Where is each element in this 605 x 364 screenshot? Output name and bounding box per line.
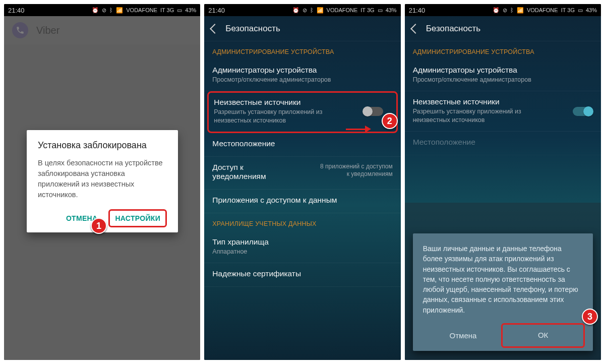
sim-icon: 📶 <box>317 7 324 14</box>
status-time: 21:40 <box>208 7 225 14</box>
phone-screenshot-1: 21:40 ⏰ ⊘ ᛒ 📶 VODAFONE IT 3G ▭ 43% Viber… <box>4 4 200 360</box>
unknown-sources-toggle[interactable] <box>573 107 593 116</box>
phone-screenshot-3: 21:40 ⏰ ⊘ ᛒ 📶 VODAFONE IT 3G ▭ 43% Безоп… <box>405 4 601 360</box>
section-admin-label: АДМИНИСТРИРОВАНИЕ УСТРОЙСТВА <box>405 41 601 59</box>
ok-button[interactable]: ОК <box>501 323 585 348</box>
battery-icon: ▭ <box>378 7 383 14</box>
alarm-icon: ⏰ <box>92 7 99 14</box>
unknown-sources-item[interactable]: Неизвестные источники Разрешить установк… <box>214 98 391 125</box>
item-subtitle: Просмотр/отключение администраторов <box>413 76 593 84</box>
item-title: Приложения с доступом к данным <box>212 196 392 205</box>
app-data-access-item[interactable]: Приложения с доступом к данным <box>204 190 400 213</box>
status-time: 21:40 <box>8 7 25 14</box>
security-settings-screen: Безопасность АДМИНИСТРИРОВАНИЕ УСТРОЙСТВ… <box>204 16 400 360</box>
dialog-body: В целях безопасности на устройстве забло… <box>38 158 167 200</box>
annotation-marker-3: 3 <box>582 309 598 325</box>
back-icon[interactable] <box>410 24 420 34</box>
alarm-icon: ⏰ <box>493 7 500 14</box>
item-subtitle: Просмотр/отключение администраторов <box>212 76 392 84</box>
bluetooth-icon: ᛒ <box>310 7 314 13</box>
dnd-icon: ⊘ <box>503 7 507 14</box>
notification-access-item[interactable]: Доступ к уведомлениям 8 приложений с дос… <box>204 157 400 190</box>
location-item: Местоположение <box>405 132 601 155</box>
annotation-arrow-icon <box>346 126 370 133</box>
unknown-sources-toggle[interactable] <box>363 107 383 116</box>
device-admins-item[interactable]: Администраторы устройства Просмотр/отклю… <box>204 59 400 91</box>
dnd-icon: ⊘ <box>102 7 106 14</box>
dnd-icon: ⊘ <box>302 7 307 14</box>
carrier-label: VODAFONE <box>126 7 157 13</box>
screen-title: Безопасность <box>225 24 280 34</box>
status-right: ⏰ ⊘ ᛒ 📶 VODAFONE IT 3G ▭ 43% <box>92 7 196 14</box>
settings-header: Безопасность <box>204 16 400 41</box>
item-subtitle: Аппаратное <box>212 248 392 256</box>
security-settings-screen: Безопасность АДМИНИСТРИРОВАНИЕ УСТРОЙСТВ… <box>405 16 601 360</box>
settings-header: Безопасность <box>405 16 601 41</box>
battery-icon: ▭ <box>578 7 583 14</box>
item-title: Надежные сертификаты <box>212 269 392 278</box>
item-title: Неизвестные источники <box>413 97 593 106</box>
dialog-actions: Отмена ОК <box>423 325 583 346</box>
network-label: IT 3G <box>561 7 575 13</box>
item-right-subtitle: 8 приложений с доступом к уведомлениям <box>317 163 393 178</box>
back-icon[interactable] <box>210 24 220 34</box>
trusted-certs-item[interactable]: Надежные сертификаты <box>204 263 400 287</box>
unknown-sources-item[interactable]: Неизвестные источники Разрешить установк… <box>405 91 601 132</box>
bluetooth-icon: ᛒ <box>109 7 113 13</box>
item-title: Администраторы устройства <box>413 66 593 75</box>
battery-percent: 43% <box>586 7 597 13</box>
carrier-label: VODAFONE <box>327 7 358 13</box>
status-time: 21:40 <box>409 7 426 14</box>
item-title: Местоположение <box>212 139 392 148</box>
unknown-sources-warning-dialog: Ваши личные данные и данные телефона бол… <box>413 233 593 351</box>
status-bar: 21:40 ⏰ ⊘ ᛒ 📶 VODAFONE IT 3G ▭ 43% <box>405 4 601 16</box>
status-bar: 21:40 ⏰ ⊘ ᛒ 📶 VODAFONE IT 3G ▭ 43% <box>204 4 400 16</box>
item-title: Доступ к уведомлениям <box>212 163 288 181</box>
item-title: Администраторы устройства <box>212 66 392 75</box>
status-right: ⏰ ⊘ ᛒ 📶 VODAFONE IT 3G ▭ 43% <box>493 7 597 14</box>
unknown-sources-highlight: Неизвестные источники Разрешить установк… <box>207 91 397 133</box>
item-title: Местоположение <box>413 138 593 147</box>
battery-percent: 43% <box>386 7 397 13</box>
annotation-marker-2: 2 <box>382 113 398 129</box>
install-blocked-dialog: Установка заблокирована В целях безопасн… <box>27 130 178 232</box>
annotation-marker-1: 1 <box>91 218 107 234</box>
item-title: Неизвестные источники <box>214 98 391 107</box>
dialog-title: Установка заблокирована <box>38 140 167 151</box>
screen-title: Безопасность <box>426 24 480 34</box>
battery-icon: ▭ <box>177 7 182 14</box>
item-subtitle: Разрешить установку приложений из неизве… <box>214 108 340 125</box>
sim-icon: 📶 <box>517 7 524 14</box>
sim-icon: 📶 <box>116 7 123 14</box>
alarm-icon: ⏰ <box>292 7 299 14</box>
phone-screenshot-2: 21:40 ⏰ ⊘ ᛒ 📶 VODAFONE IT 3G ▭ 43% Безоп… <box>204 4 400 360</box>
cancel-button[interactable]: Отмена <box>423 325 504 346</box>
battery-percent: 43% <box>185 7 196 13</box>
item-subtitle: Разрешить установку приложений из неизве… <box>413 107 544 124</box>
status-right: ⏰ ⊘ ᛒ 📶 VODAFONE IT 3G ▭ 43% <box>292 7 397 14</box>
viber-install-screen: Viber Установка заблокирована В целях бе… <box>4 16 200 360</box>
settings-button[interactable]: НАСТРОЙКИ <box>108 209 167 227</box>
bluetooth-icon: ᛒ <box>510 7 514 13</box>
status-bar: 21:40 ⏰ ⊘ ᛒ 📶 VODAFONE IT 3G ▭ 43% <box>4 4 200 16</box>
network-label: IT 3G <box>360 7 374 13</box>
carrier-label: VODAFONE <box>527 7 558 13</box>
device-admins-item[interactable]: Администраторы устройства Просмотр/отклю… <box>405 59 601 91</box>
item-title: Тип хранилища <box>212 237 392 247</box>
storage-type-item[interactable]: Тип хранилища Аппаратное <box>204 231 400 263</box>
dialog-body: Ваши личные данные и данные телефона бол… <box>423 244 583 315</box>
section-storage-label: ХРАНИЛИЩЕ УЧЕТНЫХ ДАННЫХ <box>204 213 400 231</box>
network-label: IT 3G <box>160 7 174 13</box>
section-admin-label: АДМИНИСТРИРОВАНИЕ УСТРОЙСТВА <box>204 41 400 59</box>
location-item[interactable]: Местоположение <box>204 133 400 157</box>
